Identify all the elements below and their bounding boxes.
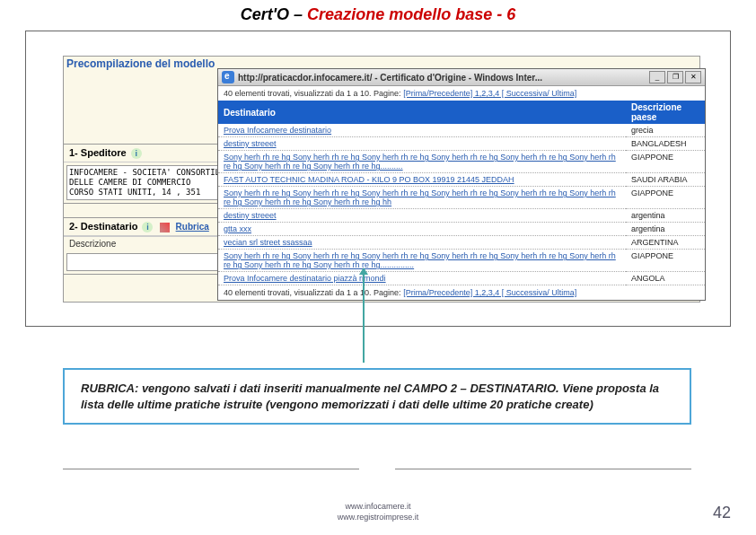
destinatario-link[interactable]: Sony herh rh re hg Sony herh rh re hg So… [224, 153, 616, 171]
paese-cell: BANGLADESH [626, 137, 705, 151]
paese-cell: ARGENTINA [626, 236, 705, 250]
footer-link-2: www.registroimprese.it [0, 512, 756, 522]
paese-cell: ANGOLA [626, 272, 705, 285]
table-row: Sony herh rh re hg Sony herh rh re hg So… [218, 250, 705, 272]
table-row: Sony herh rh re hg Sony herh rh re hg So… [218, 151, 705, 173]
table-row: destiny streeetargentina [218, 209, 705, 223]
destinatario-link[interactable]: Sony herh rh re hg Sony herh rh re hg So… [224, 189, 616, 206]
callout-box: RUBRICA: vengono salvati i dati inseriti… [63, 368, 691, 425]
paese-cell: GIAPPONE [626, 187, 705, 209]
popup-title: http://praticacdor.infocamere.it/ - Cert… [238, 73, 649, 83]
paese-cell: GIAPPONE [626, 151, 705, 173]
page-number: 42 [713, 504, 731, 522]
paese-cell: grecia [626, 124, 705, 137]
destinatario-table: Destinatario Descrizione paese Prova Inf… [218, 101, 705, 285]
footer-links: www.infocamere.it www.registroimprese.it [0, 501, 756, 522]
destinatario-header-text: 2- Destinatario [69, 221, 137, 232]
destinatario-link[interactable]: gtta xxx [224, 224, 251, 233]
close-button[interactable]: ✕ [685, 71, 701, 83]
col-paese: Descrizione paese [626, 101, 705, 124]
destinatario-link[interactable]: Prova Infocamere destinatario piazzà rim… [224, 274, 386, 283]
pager-text: 40 elementi trovati, visualizzati da 1 a… [224, 89, 403, 98]
slide-title: Cert'O – Creazione modello base - 6 [0, 0, 756, 30]
pager-links[interactable]: [Prima/Precedente] 1,2,3,4 [ Successiva/… [403, 288, 576, 297]
destinatario-link[interactable]: vecian srl street ssassaa [224, 238, 312, 247]
ie-icon [222, 71, 234, 83]
rubrica-popup: http://praticacdor.infocamere.it/ - Cert… [217, 68, 706, 301]
table-row: vecian srl street ssassaaARGENTINA [218, 236, 705, 250]
table-row: gtta xxxargentina [218, 223, 705, 236]
speditore-header-text: 1- Speditore [69, 147, 127, 158]
table-row: FAST AUTO TECHNIC MADINA ROAD - KILO 9 P… [218, 173, 705, 187]
table-row: Sony herh rh re hg Sony herh rh re hg So… [218, 187, 705, 209]
callout-arrow [363, 273, 365, 363]
info-icon[interactable]: i [131, 148, 142, 159]
destinatario-link[interactable]: Sony herh rh re hg Sony herh rh re hg So… [224, 251, 616, 269]
destinatario-link[interactable]: Prova Infocamere destinatario [224, 126, 331, 135]
pager-top: 40 elementi trovati, visualizzati da 1 a… [218, 86, 705, 101]
table-row: Prova Infocamere destinatariogrecia [218, 124, 705, 137]
precompilation-label: Precompilazione del modello [66, 57, 215, 70]
pager-links[interactable]: [Prima/Precedente] 1,2,3,4 [ Successiva/… [403, 89, 576, 98]
pager-bottom: 40 elementi trovati, visualizzati da 1 a… [218, 285, 705, 300]
paese-cell: argentina [626, 209, 705, 223]
paese-cell: SAUDI ARABIA [626, 173, 705, 187]
window-buttons: _ ❐ ✕ [649, 71, 701, 83]
paese-cell: GIAPPONE [626, 250, 705, 272]
col-destinatario: Destinatario [218, 101, 626, 124]
rubrica-link[interactable]: Rubrica [176, 222, 209, 232]
popup-titlebar: http://praticacdor.infocamere.it/ - Cert… [218, 69, 705, 86]
info-icon[interactable]: i [142, 222, 153, 232]
paese-cell: argentina [626, 223, 705, 236]
title-prefix: Cert'O – [241, 5, 307, 23]
footer-divider-gap [359, 462, 395, 475]
rubrica-icon [160, 223, 170, 232]
destinatario-link[interactable]: destiny streeet [224, 211, 277, 220]
pager-text: 40 elementi trovati, visualizzati da 1 a… [224, 288, 403, 297]
destinatario-link[interactable]: FAST AUTO TECHNIC MADINA ROAD - KILO 9 P… [224, 175, 514, 184]
table-row: Prova Infocamere destinatario piazzà rim… [218, 272, 705, 285]
table-row: destiny streeetBANGLADESH [218, 137, 705, 151]
destinatario-link[interactable]: destiny streeet [224, 139, 277, 148]
maximize-button[interactable]: ❐ [667, 71, 683, 83]
title-highlight: Creazione modello base - 6 [307, 5, 515, 23]
minimize-button[interactable]: _ [649, 71, 665, 83]
footer-link-1: www.infocamere.it [0, 501, 756, 512]
